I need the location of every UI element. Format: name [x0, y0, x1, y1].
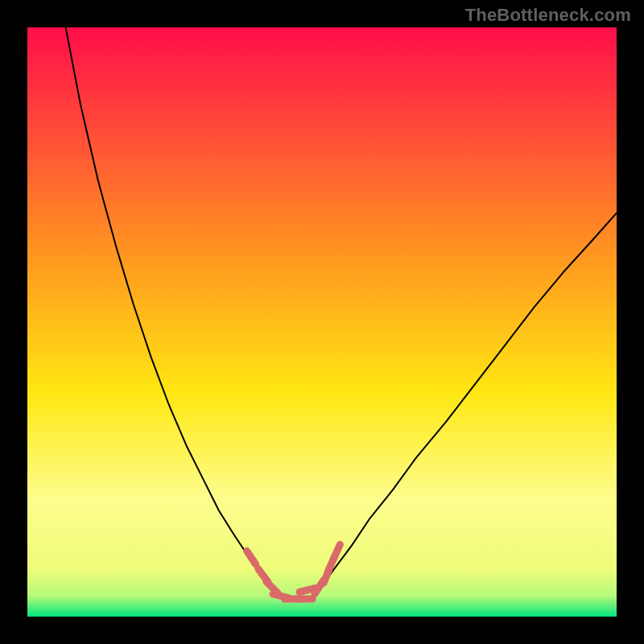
- bottleneck-chart: [27, 27, 617, 617]
- watermark-text: TheBottleneck.com: [465, 5, 631, 26]
- chart-frame: TheBottleneck.com: [0, 0, 644, 644]
- gradient-background: [27, 27, 617, 617]
